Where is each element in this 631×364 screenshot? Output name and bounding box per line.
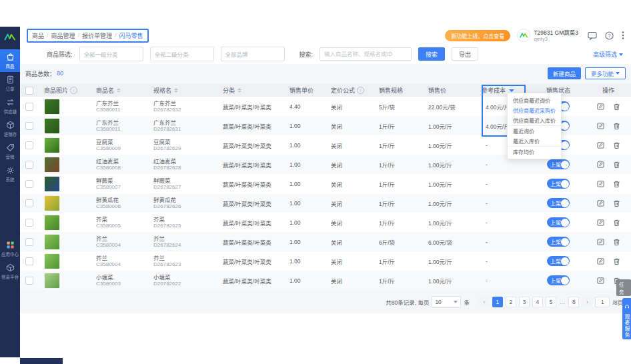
page-button[interactable]: 3	[519, 297, 530, 307]
more-menu-icon[interactable]	[622, 31, 624, 40]
row-checkbox[interactable]	[25, 161, 33, 169]
edit-icon[interactable]	[597, 257, 604, 265]
row-checkbox[interactable]	[25, 180, 33, 188]
menu-item[interactable]: 库存均价	[508, 146, 561, 157]
delete-icon[interactable]	[613, 103, 620, 111]
edit-icon[interactable]	[597, 161, 604, 168]
product-thumbnail[interactable]	[44, 176, 60, 192]
product-thumbnail[interactable]	[44, 99, 60, 115]
prev-page-button[interactable]: ‹	[479, 297, 490, 307]
message-icon[interactable]	[588, 31, 597, 40]
filter-label: 商品筛选:	[47, 50, 73, 59]
page-button[interactable]: 5	[546, 297, 556, 307]
delete-icon[interactable]	[613, 219, 620, 227]
sidebar-item-system[interactable]: 系统	[0, 163, 20, 185]
edit-icon[interactable]	[597, 122, 604, 129]
delete-icon[interactable]	[613, 161, 620, 169]
page-button[interactable]: 4	[532, 297, 543, 307]
caret-down-icon[interactable]	[509, 89, 514, 92]
filter-select-1[interactable]: 全部一级分类	[79, 47, 143, 61]
status-toggle[interactable]: 上架	[547, 179, 570, 189]
product-thumbnail[interactable]	[44, 157, 60, 173]
sidebar-item-marketing[interactable]: 营销	[0, 140, 20, 163]
row-checkbox[interactable]	[25, 103, 33, 111]
search-input[interactable]	[320, 47, 412, 61]
page-jump-input[interactable]	[595, 297, 610, 307]
breadcrumb-item[interactable]: 商品管理	[51, 31, 75, 40]
more-actions-button[interactable]: 更多功能	[585, 67, 626, 79]
menu-item[interactable]: 最近询价	[508, 125, 561, 136]
edit-icon[interactable]	[597, 199, 604, 207]
column-header[interactable]: 分类	[217, 86, 284, 95]
page-button[interactable]: 1	[492, 297, 503, 307]
product-thumbnail[interactable]	[44, 118, 60, 134]
advanced-filter-button[interactable]: 高级筛选	[593, 50, 623, 59]
row-checkbox[interactable]	[25, 141, 33, 149]
help-icon[interactable]: ?	[605, 31, 614, 40]
status-toggle[interactable]: 上架	[547, 256, 570, 266]
row-checkbox[interactable]	[25, 122, 33, 130]
status-toggle[interactable]: 上架	[547, 275, 570, 285]
sort-icon[interactable]	[237, 88, 241, 93]
page-button[interactable]: 2	[506, 297, 516, 307]
menu-item[interactable]: 最近入库价	[508, 136, 561, 146]
delete-icon[interactable]	[613, 238, 620, 246]
edit-icon[interactable]	[597, 180, 604, 187]
select-all-checkbox[interactable]	[25, 87, 33, 95]
edit-icon[interactable]	[597, 219, 604, 226]
status-toggle[interactable]: 上架	[547, 237, 570, 247]
delete-icon[interactable]	[613, 199, 620, 207]
column-header[interactable]: 规格名	[148, 86, 217, 95]
product-thumbnail[interactable]	[44, 273, 60, 289]
sidebar-item-orders[interactable]: 订单	[0, 72, 20, 95]
filter-select-3[interactable]: 全部品牌	[221, 47, 285, 61]
status-toggle[interactable]: 上架	[547, 217, 570, 227]
product-thumbnail[interactable]	[44, 137, 60, 153]
sort-icon[interactable]	[117, 88, 121, 93]
page-button[interactable]: 8	[568, 297, 579, 307]
edit-icon[interactable]	[597, 103, 604, 110]
delete-icon[interactable]	[613, 180, 620, 188]
service-tab[interactable]: 观麦服务	[622, 298, 631, 339]
sidebar-item-inventory[interactable]: 进销存	[0, 117, 20, 140]
row-checkbox[interactable]	[25, 257, 33, 265]
spec-id: D26782624	[153, 242, 181, 249]
edit-icon[interactable]	[597, 277, 604, 284]
menu-item[interactable]: 供应商最近入库价	[508, 115, 561, 125]
breadcrumb-item[interactable]: 商品	[32, 31, 44, 40]
sidebar-item-goods[interactable]: 商品	[0, 49, 20, 72]
user-menu[interactable]: T29831 GM蔬菜3 qmty3	[517, 29, 578, 42]
status-toggle[interactable]: 上架	[547, 159, 570, 169]
breadcrumb-item[interactable]: 报价单管理	[82, 31, 112, 40]
column-header[interactable]: 商品名	[91, 86, 148, 95]
export-button[interactable]: 导出	[452, 47, 478, 61]
product-thumbnail[interactable]	[44, 253, 60, 269]
search-button[interactable]: 搜索	[418, 47, 445, 61]
menu-item[interactable]: 供应商最近询价	[508, 95, 561, 105]
sidebar-item-app-center[interactable]: 应用中心	[0, 237, 20, 260]
delete-icon[interactable]	[613, 122, 620, 130]
sort-icon[interactable]	[174, 88, 178, 93]
edit-icon[interactable]	[597, 238, 604, 245]
sidebar-item-info-platform[interactable]: 信息平台	[0, 260, 20, 283]
delete-icon[interactable]	[613, 257, 620, 265]
per-page-unit: 条	[464, 298, 470, 306]
per-page-select[interactable]: 10	[432, 296, 461, 308]
new-product-button[interactable]: 新建商品	[548, 67, 581, 79]
sidebar-item-supply-chain[interactable]: 供应链	[0, 95, 20, 117]
product-thumbnail[interactable]	[44, 234, 60, 250]
delete-icon[interactable]	[613, 141, 620, 149]
edit-icon[interactable]	[597, 141, 604, 149]
row-checkbox[interactable]	[25, 219, 33, 227]
row-checkbox[interactable]	[25, 238, 33, 246]
breadcrumb-item[interactable]: 闪马零售	[119, 31, 143, 40]
product-thumbnail[interactable]	[44, 195, 60, 211]
status-toggle[interactable]: 上架	[547, 198, 570, 208]
row-checkbox[interactable]	[25, 277, 33, 285]
row-checkbox[interactable]	[25, 199, 33, 207]
next-page-button[interactable]: ›	[582, 297, 592, 307]
product-thumbnail[interactable]	[44, 215, 60, 231]
notice-badge[interactable]: 新功能上线，点击查看	[445, 30, 510, 41]
filter-select-2[interactable]: 全部二级分类	[150, 47, 214, 61]
menu-item[interactable]: 供应商最近采购价	[508, 105, 561, 115]
